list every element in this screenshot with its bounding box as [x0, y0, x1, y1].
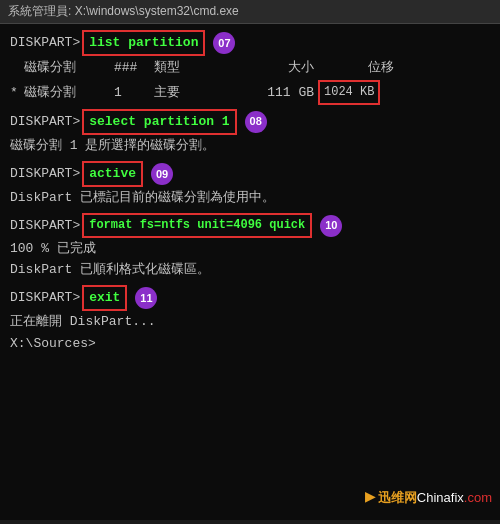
info-active-text: DiskPart 已標記目前的磁碟分割為使用中。 — [10, 188, 275, 208]
watermark: ▶ 迅维网 Chinafix .com — [365, 484, 492, 512]
title-text: 系統管理員: X:\windows\system32\cmd.exe — [8, 3, 239, 20]
line-select-partition: DISKPART> select partition 1 08 — [10, 109, 490, 135]
table-row-1: * 磁碟分割 1 主要 111 GB 1024 KB — [10, 80, 490, 105]
th-col2: ### — [114, 58, 154, 78]
badge-07: 07 — [213, 32, 235, 54]
info-format-done-text: DiskPart 已順利格式化磁碟區。 — [10, 260, 210, 280]
info-format-pct: 100 % 已完成 — [10, 239, 490, 259]
final-prompt-text: X:\Sources> — [10, 334, 96, 354]
cmd-exit: exit — [82, 285, 127, 311]
watermark-part1: 迅维网 — [378, 488, 417, 508]
badge-09: 09 — [151, 163, 173, 185]
table-header: 磁碟分割 ### 類型 大小 位移 — [10, 58, 490, 78]
td-col1: 磁碟分割 — [24, 83, 114, 103]
star-marker: * — [10, 83, 22, 103]
info-exit: 正在離開 DiskPart... — [10, 312, 490, 332]
prompt-4: DISKPART> — [10, 216, 80, 236]
info-format-done: DiskPart 已順利格式化磁碟區。 — [10, 260, 490, 280]
prompt-1: DISKPART> — [10, 33, 80, 53]
info-select-text: 磁碟分割 1 是所選擇的磁碟分割。 — [10, 136, 215, 156]
td-col3: 主要 — [154, 83, 234, 103]
prompt-3: DISKPART> — [10, 164, 80, 184]
size-box-1024: 1024 KB — [318, 80, 380, 105]
th-col5: 位移 — [314, 58, 394, 78]
cmd-format: format fs=ntfs unit=4096 quick — [82, 213, 312, 238]
watermark-part3: .com — [464, 488, 492, 508]
final-prompt-line: X:\Sources> — [10, 334, 490, 354]
watermark-part2: Chinafix — [417, 488, 464, 508]
cmd-select-partition: select partition 1 — [82, 109, 236, 135]
td-col4: 111 GB — [234, 83, 314, 103]
info-active: DiskPart 已標記目前的磁碟分割為使用中。 — [10, 188, 490, 208]
badge-08: 08 — [245, 111, 267, 133]
info-exit-text: 正在離開 DiskPart... — [10, 312, 156, 332]
prompt-2: DISKPART> — [10, 112, 80, 132]
info-select: 磁碟分割 1 是所選擇的磁碟分割。 — [10, 136, 490, 156]
th-col1: 磁碟分割 — [24, 58, 114, 78]
td-col5-wrapper: 1024 KB — [314, 80, 380, 105]
line-list-partition: DISKPART> list partition 07 — [10, 30, 490, 56]
prompt-5: DISKPART> — [10, 288, 80, 308]
line-exit: DISKPART> exit 11 — [10, 285, 490, 311]
td-col2: 1 — [114, 83, 154, 103]
badge-11: 11 — [135, 287, 157, 309]
title-bar: 系統管理員: X:\windows\system32\cmd.exe — [0, 0, 500, 24]
line-format: DISKPART> format fs=ntfs unit=4096 quick… — [10, 213, 490, 238]
badge-10: 10 — [320, 215, 342, 237]
watermark-arrow: ▶ — [365, 484, 376, 512]
cmd-list-partition: list partition — [82, 30, 205, 56]
cmd-active: active — [82, 161, 143, 187]
th-col4: 大小 — [234, 58, 314, 78]
th-col3: 類型 — [154, 58, 234, 78]
line-active: DISKPART> active 09 — [10, 161, 490, 187]
terminal: DISKPART> list partition 07 磁碟分割 ### 類型 … — [0, 24, 500, 520]
info-format-pct-text: 100 % 已完成 — [10, 239, 96, 259]
